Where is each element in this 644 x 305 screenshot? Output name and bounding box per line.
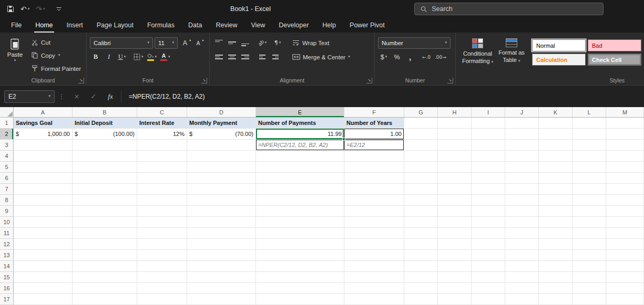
- cell-I10[interactable]: [472, 217, 505, 228]
- cell-M3[interactable]: [606, 140, 644, 151]
- cell-L15[interactable]: [573, 272, 606, 283]
- tab-review[interactable]: Review: [209, 18, 244, 33]
- italic-button[interactable]: I: [103, 51, 115, 63]
- cell-M2[interactable]: [606, 129, 644, 140]
- cell-L4[interactable]: [573, 151, 606, 162]
- formula-input[interactable]: =NPER(C2/12, D2, B2, A2): [124, 86, 644, 107]
- cell-I9[interactable]: [472, 206, 505, 217]
- cell-K14[interactable]: [539, 261, 573, 272]
- cell-J11[interactable]: [505, 228, 539, 239]
- cell-B5[interactable]: [73, 162, 137, 173]
- cell-D16[interactable]: [187, 283, 256, 294]
- cell-D2[interactable]: $(70.00): [187, 129, 256, 140]
- cell-D13[interactable]: [187, 250, 256, 261]
- cell-F12[interactable]: [344, 239, 404, 250]
- cell-I3[interactable]: [472, 140, 505, 151]
- cell-A11[interactable]: [14, 228, 73, 239]
- cell-I2[interactable]: [472, 129, 505, 140]
- row-header-2[interactable]: 2: [0, 129, 14, 140]
- cell-E14[interactable]: [256, 261, 344, 272]
- orientation-button[interactable]: ab▾: [257, 37, 268, 49]
- cell-H12[interactable]: [438, 239, 472, 250]
- cell-H3[interactable]: [438, 140, 472, 151]
- cell-J5[interactable]: [505, 162, 539, 173]
- increase-font-size-button[interactable]: A▴: [179, 37, 191, 49]
- row-header-11[interactable]: 11: [0, 228, 14, 239]
- cell-J17[interactable]: [505, 294, 539, 305]
- cell-M5[interactable]: [606, 162, 644, 173]
- cell-M17[interactable]: [606, 294, 644, 305]
- cell-E16[interactable]: [256, 283, 344, 294]
- insert-function-button[interactable]: fx: [102, 92, 119, 101]
- merge-center-button[interactable]: Merge & Center ▾: [290, 51, 352, 63]
- cell-L3[interactable]: [573, 140, 606, 151]
- cell-style-normal[interactable]: Normal: [532, 39, 586, 51]
- cell-B9[interactable]: [73, 206, 137, 217]
- cell-C13[interactable]: [137, 250, 187, 261]
- cell-I15[interactable]: [472, 272, 505, 283]
- cell-M11[interactable]: [606, 228, 644, 239]
- cell-G15[interactable]: [404, 272, 438, 283]
- fill-color-button[interactable]: ▾: [146, 51, 158, 63]
- cell-B17[interactable]: [73, 294, 137, 305]
- cell-G14[interactable]: [404, 261, 438, 272]
- cell-B8[interactable]: [73, 195, 137, 206]
- cell-L5[interactable]: [573, 162, 606, 173]
- comma-style-button[interactable]: ,: [404, 51, 416, 63]
- cell-K13[interactable]: [539, 250, 573, 261]
- cell-E17[interactable]: [256, 294, 344, 305]
- cell-K3[interactable]: [539, 140, 573, 151]
- cell-D5[interactable]: [187, 162, 256, 173]
- enter-button[interactable]: ✓: [85, 92, 102, 100]
- bold-button[interactable]: B: [90, 51, 101, 63]
- undo-button[interactable]: ↶▾: [19, 4, 31, 14]
- column-header-K[interactable]: K: [539, 107, 573, 117]
- cell-E13[interactable]: [256, 250, 344, 261]
- top-align-button[interactable]: [213, 37, 224, 49]
- cell-H1[interactable]: [438, 118, 472, 129]
- cell-I14[interactable]: [472, 261, 505, 272]
- column-header-E[interactable]: E: [256, 107, 344, 117]
- cell-H8[interactable]: [438, 195, 472, 206]
- cell-H13[interactable]: [438, 250, 472, 261]
- cell-H2[interactable]: [438, 129, 472, 140]
- cell-F7[interactable]: [344, 184, 404, 195]
- font-name-combo[interactable]: Calibri ▾: [90, 37, 153, 49]
- row-header-13[interactable]: 13: [0, 250, 14, 261]
- tab-page-layout[interactable]: Page Layout: [90, 18, 140, 33]
- cell-B16[interactable]: [73, 283, 137, 294]
- row-header-14[interactable]: 14: [0, 261, 14, 272]
- format-as-table-button[interactable]: Format as Table ▾: [495, 36, 528, 76]
- cell-M9[interactable]: [606, 206, 644, 217]
- tab-power-pivot[interactable]: Power Pivot: [343, 18, 392, 33]
- cell-J4[interactable]: [505, 151, 539, 162]
- cell-B14[interactable]: [73, 261, 137, 272]
- cell-M13[interactable]: [606, 250, 644, 261]
- cell-M7[interactable]: [606, 184, 644, 195]
- font-size-combo[interactable]: 11 ▾: [155, 37, 178, 49]
- more-options-icon[interactable]: ⋮: [55, 93, 68, 100]
- cell-A9[interactable]: [14, 206, 73, 217]
- cell-H15[interactable]: [438, 272, 472, 283]
- row-header-9[interactable]: 9: [0, 206, 14, 217]
- cell-D14[interactable]: [187, 261, 256, 272]
- column-header-C[interactable]: C: [137, 107, 187, 117]
- cell-F6[interactable]: [344, 173, 404, 184]
- row-header-5[interactable]: 5: [0, 162, 14, 173]
- cell-G16[interactable]: [404, 283, 438, 294]
- cell-H17[interactable]: [438, 294, 472, 305]
- row-header-16[interactable]: 16: [0, 283, 14, 294]
- cell-C12[interactable]: [137, 239, 187, 250]
- cell-J16[interactable]: [505, 283, 539, 294]
- cell-C1[interactable]: Interest Rate: [137, 118, 187, 129]
- cell-B13[interactable]: [73, 250, 137, 261]
- cell-C11[interactable]: [137, 228, 187, 239]
- row-header-3[interactable]: 3: [0, 140, 14, 151]
- cell-A1[interactable]: Savings Goal: [14, 118, 73, 129]
- cell-G13[interactable]: [404, 250, 438, 261]
- align-left-button[interactable]: [213, 51, 224, 63]
- cell-A7[interactable]: [14, 184, 73, 195]
- cell-H16[interactable]: [438, 283, 472, 294]
- cell-B7[interactable]: [73, 184, 137, 195]
- cell-K15[interactable]: [539, 272, 573, 283]
